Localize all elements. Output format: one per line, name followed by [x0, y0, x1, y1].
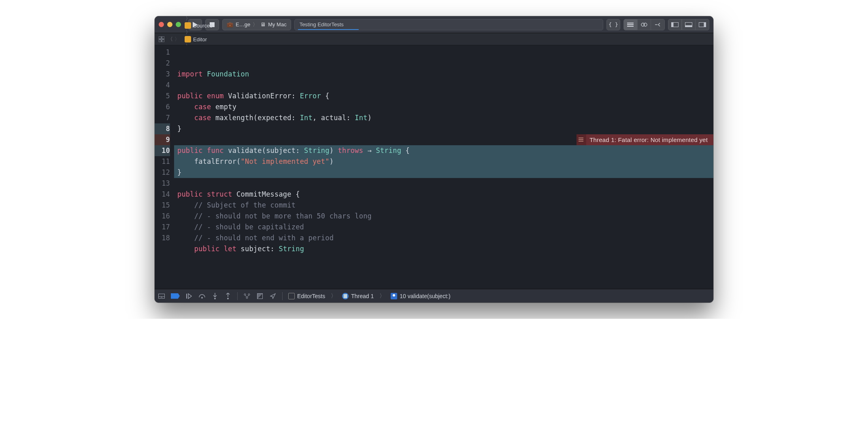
code-line[interactable]: public struct CommitMessage {: [174, 189, 713, 200]
chevron-right-icon: 〉: [331, 292, 336, 300]
code-line[interactable]: case maxlength(expected: Int, actual: In…: [174, 112, 713, 123]
code-line[interactable]: // - should be capitalized: [174, 222, 713, 233]
code-line[interactable]: public let subject: String: [174, 244, 713, 254]
zoom-window-button[interactable]: [176, 22, 181, 27]
nav-back-button[interactable]: 〈: [168, 36, 173, 43]
activity-status[interactable]: Testing EditorTests: [294, 19, 603, 30]
breakpoints-toggle-button[interactable]: [171, 293, 180, 299]
line-number[interactable]: 4: [155, 80, 170, 91]
svg-point-24: [202, 297, 203, 298]
jumpbar-label: Sources: [193, 23, 213, 29]
process-crumb[interactable]: EditorTests: [288, 293, 325, 299]
error-list-icon: [578, 137, 584, 142]
chevron-right-icon: 〉: [379, 292, 385, 300]
line-number[interactable]: 5: [155, 91, 170, 102]
version-editor-button[interactable]: [651, 19, 665, 30]
runtime-error-banner[interactable]: Thread 1: Fatal error: Not implemented y…: [577, 134, 713, 145]
svg-point-6: [644, 23, 647, 26]
svg-point-29: [244, 294, 246, 295]
svg-line-32: [245, 295, 247, 297]
nav-forward-button[interactable]: 〉: [174, 36, 180, 43]
code-area[interactable]: import Foundationpublic enum ValidationE…: [174, 45, 713, 289]
scheme-device: My Mac: [268, 21, 287, 28]
svg-point-26: [215, 298, 216, 299]
status-text: Testing EditorTests: [300, 21, 344, 28]
code-line[interactable]: [174, 178, 713, 189]
line-number[interactable]: 18: [155, 233, 170, 244]
line-number[interactable]: 7: [155, 112, 170, 123]
close-window-button[interactable]: [159, 22, 164, 27]
library-button[interactable]: { }: [606, 19, 620, 30]
code-line[interactable]: }: [174, 167, 713, 178]
toggle-navigator-button[interactable]: [668, 19, 682, 30]
step-over-button[interactable]: [198, 292, 206, 300]
jump-bar[interactable]: 〈 〉 Editor〉Sources〉Editor〉◆CommitMessage…: [155, 33, 713, 45]
jumpbar-item[interactable]: Sources: [185, 22, 245, 29]
runtime-error-text: Thread 1: Fatal error: Not implemented y…: [589, 134, 708, 145]
svg-point-31: [246, 297, 248, 299]
line-number[interactable]: 17: [155, 222, 170, 233]
code-line[interactable]: fatalError("Not implemented yet"): [174, 156, 713, 167]
source-editor[interactable]: 123456789101112131415161718 import Found…: [155, 45, 713, 289]
code-line[interactable]: import Foundation: [174, 69, 713, 80]
debug-view-hierarchy-button[interactable]: [243, 292, 251, 300]
svg-rect-10: [685, 25, 692, 27]
continue-button[interactable]: [185, 292, 193, 300]
line-number[interactable]: 13: [155, 178, 170, 189]
svg-line-33: [247, 295, 249, 297]
code-line[interactable]: public func validate(subject: String) th…: [174, 145, 713, 156]
svg-marker-35: [257, 293, 263, 299]
svg-rect-13: [159, 36, 161, 39]
folder-icon: [185, 22, 191, 29]
related-items-icon[interactable]: [158, 36, 165, 43]
line-number[interactable]: 12: [155, 167, 170, 178]
frame-icon: [391, 293, 397, 299]
minimize-window-button[interactable]: [167, 22, 172, 27]
code-line[interactable]: // Subject of the commit: [174, 200, 713, 211]
jumpbar-item[interactable]: Editor: [185, 36, 245, 42]
svg-rect-20: [159, 294, 165, 298]
line-number[interactable]: 1: [155, 47, 170, 58]
simulate-location-button[interactable]: [269, 292, 277, 300]
line-number[interactable]: 14: [155, 189, 170, 200]
toggle-debug-area-button[interactable]: [682, 19, 696, 30]
step-into-button[interactable]: [211, 292, 219, 300]
line-number[interactable]: 2: [155, 58, 170, 69]
code-line[interactable]: case empty: [174, 102, 713, 112]
thread-name: Thread 1: [351, 293, 374, 299]
line-number[interactable]: 15: [155, 200, 170, 211]
line-number[interactable]: 11: [155, 156, 170, 167]
code-line[interactable]: [174, 254, 713, 265]
line-number[interactable]: 10: [155, 145, 170, 156]
assistant-editor-button[interactable]: [637, 19, 651, 30]
svg-rect-8: [672, 22, 674, 27]
thread-crumb[interactable]: Thread 1: [342, 293, 374, 299]
standard-editor-button[interactable]: [623, 19, 637, 30]
traffic-lights: [159, 22, 181, 27]
line-number[interactable]: 8: [155, 123, 170, 134]
hide-debug-area-button[interactable]: [158, 292, 165, 300]
code-line[interactable]: [174, 80, 713, 91]
debug-memory-graph-button[interactable]: [256, 292, 264, 300]
chevron-right-icon: 〉: [185, 29, 191, 35]
line-number[interactable]: 9: [155, 134, 170, 145]
svg-rect-12: [704, 22, 706, 27]
device-icon: 🖥: [260, 21, 266, 28]
step-out-button[interactable]: [224, 292, 232, 300]
line-number[interactable]: 16: [155, 211, 170, 222]
xcode-window: 💼 E…ge 〉 🖥 My Mac Testing EditorTests { …: [155, 16, 713, 303]
svg-rect-16: [162, 40, 164, 42]
code-line[interactable]: }: [174, 123, 713, 134]
toggle-inspector-button[interactable]: [696, 19, 709, 30]
code-line[interactable]: // - should not be more than 50 chars lo…: [174, 211, 713, 222]
frame-crumb[interactable]: 10 validate(subject:): [391, 293, 450, 299]
code-line[interactable]: // - should not end with a period: [174, 233, 713, 244]
toolbar-right: { }: [606, 19, 709, 30]
terminal-icon: [288, 293, 295, 299]
line-number-gutter[interactable]: 123456789101112131415161718: [155, 45, 174, 289]
line-number[interactable]: 6: [155, 102, 170, 112]
editor-mode-group: [623, 19, 665, 30]
code-line[interactable]: public enum ValidationError: Error {: [174, 91, 713, 102]
debug-bar: EditorTests 〉 Thread 1 〉 10 validate(sub…: [155, 289, 713, 303]
line-number[interactable]: 3: [155, 69, 170, 80]
